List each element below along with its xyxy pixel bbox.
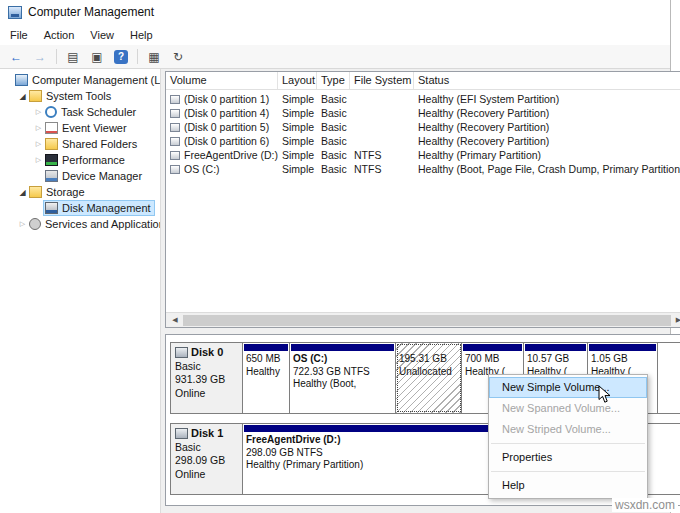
tree-item-label: Event Viewer [62,122,127,134]
context-menu: New Simple Volume... New Spanned Volume.… [488,374,648,499]
forward-icon[interactable]: → [29,47,51,67]
volume-name: OS (C:) [184,163,220,175]
watermark: wsxdn.com [612,498,678,512]
status-cell: Healthy (Boot, Page File, Crash Dump, Pr… [414,163,680,175]
expand-arrow[interactable]: ◢ [17,188,28,197]
volume-icon [170,109,180,118]
expand-arrow[interactable]: ◢ [17,92,28,101]
mouse-cursor [598,385,612,405]
type-cell: Basic [317,93,350,105]
window-title: Computer Management [28,5,154,19]
volume-cell: OS (C:) [166,163,278,175]
layout-cell: Simple [278,107,317,119]
disk0-unallocated-region[interactable]: 195.31 GB Unallocated [396,343,462,413]
app-icon [8,6,22,19]
volume-list-panel: Volume Layout Type File System Status (D… [165,71,680,328]
menu-action[interactable]: Action [36,26,83,44]
titlebar: Computer Management [0,0,670,24]
column-header-type[interactable]: Type [317,72,350,89]
tree-item-task-scheduler[interactable]: ▷ Task Scheduler [0,104,160,120]
partition-status: Healthy [243,366,289,379]
volume-icon [170,123,180,132]
menu-item-properties[interactable]: Properties [489,447,647,468]
tree-item-storage[interactable]: ◢ Storage [0,184,160,200]
disk-0-label[interactable]: Disk 0 Basic 931.39 GB Online [171,343,243,413]
scroll-left-icon[interactable]: ◀ [168,316,182,324]
table-row[interactable]: (Disk 0 partition 6) Simple Basic Health… [166,134,680,148]
table-row[interactable]: (Disk 0 partition 4) Simple Basic Health… [166,106,680,120]
layout-cell: Simple [278,121,317,133]
layout-cell: Simple [278,135,317,147]
menu-separator [491,471,645,472]
scroll-right-icon[interactable]: ▶ [672,316,680,324]
status-cell: Healthy (EFI System Partition) [414,93,680,105]
tree-item-label: Task Scheduler [61,106,136,118]
menu-item-help[interactable]: Help [489,475,647,496]
refresh-icon[interactable]: ↻ [167,47,189,67]
column-header-file-system[interactable]: File System [350,72,414,89]
tree-item-computer-management[interactable]: Computer Management (Local [0,72,160,88]
table-row[interactable]: FreeAgentDrive (D:) Simple Basic NTFS He… [166,148,680,162]
volume-name: FreeAgentDrive (D:) [184,149,278,161]
partition-size: 10.57 GB [524,353,587,366]
menu-help[interactable]: Help [122,26,161,44]
expand-arrow[interactable]: ▷ [33,156,44,164]
type-cell: Basic [317,149,350,161]
tree-item-shared-folders[interactable]: ▷ Shared Folders [0,136,160,152]
volume-table-header: Volume Layout Type File System Status [166,72,680,90]
table-row[interactable]: (Disk 0 partition 5) Simple Basic Health… [166,120,680,134]
expand-arrow[interactable]: ▷ [33,108,44,116]
tree-item-services-applications[interactable]: ▷ Services and Applications [0,216,160,232]
disk-1-label[interactable]: Disk 1 Basic 298.09 GB Online [171,424,243,494]
table-row[interactable]: (Disk 0 partition 1) Simple Basic Health… [166,92,680,106]
event-viewer-icon [45,122,58,134]
partition-color-bar [525,344,586,351]
tree-item-disk-management[interactable]: Disk Management [0,200,160,216]
tree-item-event-viewer[interactable]: ▷ Event Viewer [0,120,160,136]
expand-arrow[interactable]: ▷ [17,220,28,228]
partition-size: 1.05 GB [588,353,657,366]
menu-view[interactable]: View [82,26,122,44]
partition-size: 700 MB [462,353,523,366]
volume-cell: FreeAgentDrive (D:) [166,149,278,161]
column-header-layout[interactable]: Layout [278,72,317,89]
status-cell: Healthy (Recovery Partition) [414,135,680,147]
menu-separator [491,443,645,444]
status-cell: Healthy (Recovery Partition) [414,121,680,133]
disk-icon [175,347,188,358]
horizontal-scrollbar[interactable]: ◀ ▶ [166,312,680,327]
expand-arrow[interactable]: ▷ [33,140,44,148]
volume-rows: (Disk 0 partition 1) Simple Basic Health… [166,90,680,176]
tree-item-performance[interactable]: ▷ Performance [0,152,160,168]
tree-item-label: Performance [62,154,125,166]
volume-cell: (Disk 0 partition 5) [166,121,278,133]
tree-item-system-tools[interactable]: ◢ System Tools [0,88,160,104]
help-glyph: ? [114,50,128,64]
column-header-volume[interactable]: Volume [166,72,278,89]
partition-color-bar [397,344,460,351]
volume-name: (Disk 0 partition 6) [184,135,269,147]
help-icon[interactable]: ? [110,47,132,67]
disk-management-icon [45,202,58,214]
tree-item-device-manager[interactable]: Device Manager [0,168,160,184]
table-row[interactable]: OS (C:) Simple Basic NTFS Healthy (Boot,… [166,162,680,176]
expand-arrow[interactable]: ▷ [33,124,44,132]
menu-file[interactable]: File [2,26,36,44]
scrollbar-thumb[interactable] [183,315,671,326]
new-window-icon[interactable]: ▦ [143,47,165,67]
disk0-partition-os-c[interactable]: OS (C:) 722.93 GB NTFS Healthy (Boot, [290,343,396,413]
back-icon[interactable]: ← [5,47,27,67]
properties-icon[interactable]: ▣ [86,47,108,67]
show-console-tree-icon[interactable]: ▤ [62,47,84,67]
volume-name: (Disk 0 partition 5) [184,121,269,133]
tree-item-label: Device Manager [62,170,142,182]
menu-item-new-simple-volume[interactable]: New Simple Volume... [489,377,647,398]
computer-icon [15,74,28,86]
disk-type: Basic [175,360,238,374]
column-header-status[interactable]: Status [414,72,680,89]
partition-size: 650 MB [243,353,289,366]
tree-item-label: Computer Management (Local [32,74,161,86]
disk0-partition-650mb[interactable]: 650 MB Healthy [243,343,290,413]
services-icon [29,218,41,230]
type-cell: Basic [317,107,350,119]
